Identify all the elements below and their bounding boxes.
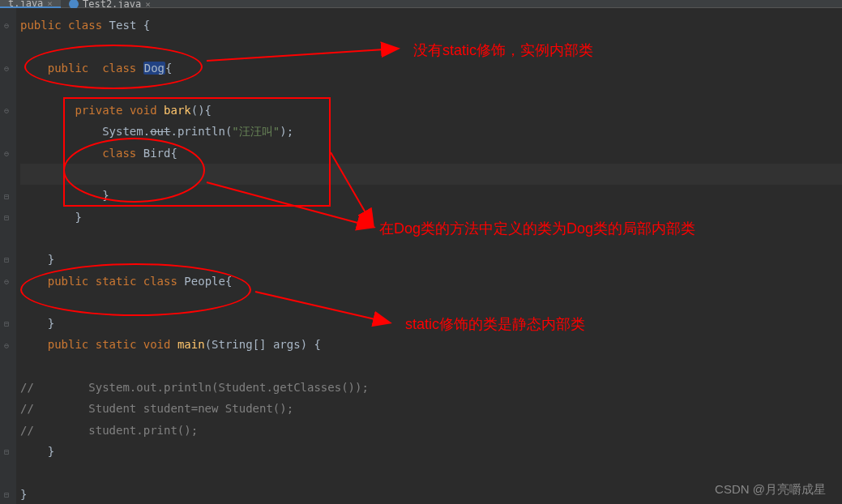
watermark: CSDN @月亮嚼成星: [715, 482, 826, 498]
svg-line-1: [207, 49, 397, 61]
svg-line-3: [331, 152, 373, 225]
annotation-text-3: static修饰的类是静态内部类: [405, 314, 585, 334]
annotation-text-2: 在Dog类的方法中定义的类为Dog类的局部内部类: [379, 219, 695, 238]
annotation-text-1: 没有static修饰，实例内部类: [413, 41, 593, 60]
arrow-1: [0, 0, 842, 504]
svg-line-4: [255, 292, 389, 322]
svg-line-2: [207, 182, 373, 227]
